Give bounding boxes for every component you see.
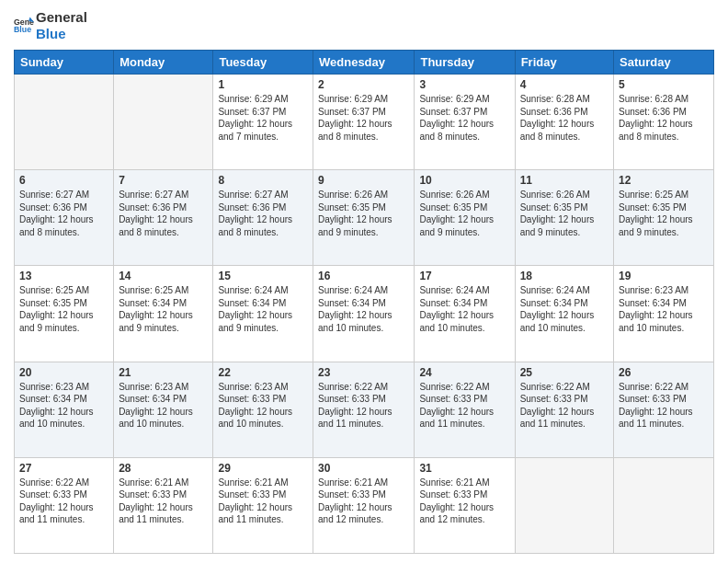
calendar-cell: 6Sunrise: 6:27 AM Sunset: 6:36 PM Daylig… (15, 170, 114, 266)
day-number: 10 (419, 174, 509, 187)
day-info: Sunrise: 6:23 AM Sunset: 6:33 PM Dayligh… (218, 381, 308, 431)
day-info: Sunrise: 6:27 AM Sunset: 6:36 PM Dayligh… (119, 189, 208, 238)
day-info: Sunrise: 6:29 AM Sunset: 6:37 PM Dayligh… (218, 93, 308, 143)
day-number: 18 (520, 270, 609, 282)
day-number: 24 (419, 366, 509, 379)
calendar-cell: 12Sunrise: 6:25 AM Sunset: 6:35 PM Dayli… (614, 170, 714, 266)
calendar-week-2: 6Sunrise: 6:27 AM Sunset: 6:36 PM Daylig… (15, 170, 714, 266)
calendar-table: SundayMondayTuesdayWednesdayThursdayFrid… (14, 50, 714, 554)
calendar-cell (614, 457, 714, 553)
calendar-cell: 8Sunrise: 6:27 AM Sunset: 6:36 PM Daylig… (213, 170, 313, 266)
calendar-week-5: 27Sunrise: 6:22 AM Sunset: 6:33 PM Dayli… (15, 457, 714, 553)
weekday-header-monday: Monday (114, 51, 213, 75)
weekday-header-sunday: Sunday (15, 51, 114, 75)
day-number: 15 (218, 270, 308, 282)
calendar-cell: 13Sunrise: 6:25 AM Sunset: 6:35 PM Dayli… (15, 266, 114, 362)
calendar-cell: 26Sunrise: 6:22 AM Sunset: 6:33 PM Dayli… (614, 362, 714, 457)
calendar-cell: 18Sunrise: 6:24 AM Sunset: 6:34 PM Dayli… (515, 266, 613, 362)
day-number: 14 (119, 270, 208, 282)
day-number: 2 (318, 78, 409, 91)
day-number: 28 (119, 462, 208, 475)
day-number: 17 (419, 270, 509, 282)
day-info: Sunrise: 6:24 AM Sunset: 6:34 PM Dayligh… (520, 284, 609, 334)
day-info: Sunrise: 6:21 AM Sunset: 6:33 PM Dayligh… (318, 477, 409, 526)
day-info: Sunrise: 6:25 AM Sunset: 6:35 PM Dayligh… (19, 284, 108, 334)
day-number: 9 (318, 174, 409, 187)
calendar-cell: 2Sunrise: 6:29 AM Sunset: 6:37 PM Daylig… (313, 75, 415, 170)
day-number: 3 (419, 78, 509, 91)
calendar-cell: 11Sunrise: 6:26 AM Sunset: 6:35 PM Dayli… (515, 170, 613, 266)
calendar-cell: 4Sunrise: 6:28 AM Sunset: 6:36 PM Daylig… (515, 75, 613, 170)
day-number: 4 (520, 78, 609, 91)
calendar-cell: 7Sunrise: 6:27 AM Sunset: 6:36 PM Daylig… (114, 170, 213, 266)
day-number: 26 (619, 366, 709, 379)
calendar-cell: 21Sunrise: 6:23 AM Sunset: 6:34 PM Dayli… (114, 362, 213, 457)
weekday-header-saturday: Saturday (614, 51, 714, 75)
calendar-cell: 27Sunrise: 6:22 AM Sunset: 6:33 PM Dayli… (15, 457, 114, 553)
day-info: Sunrise: 6:22 AM Sunset: 6:33 PM Dayligh… (19, 477, 108, 526)
calendar-cell: 22Sunrise: 6:23 AM Sunset: 6:33 PM Dayli… (213, 362, 313, 457)
calendar-cell: 17Sunrise: 6:24 AM Sunset: 6:34 PM Dayli… (415, 266, 515, 362)
day-number: 29 (218, 462, 308, 475)
day-number: 1 (218, 78, 308, 91)
day-number: 16 (318, 270, 409, 282)
day-number: 21 (119, 366, 208, 379)
calendar-cell (15, 75, 114, 170)
weekday-header-thursday: Thursday (415, 51, 515, 75)
calendar-week-3: 13Sunrise: 6:25 AM Sunset: 6:35 PM Dayli… (15, 266, 714, 362)
day-info: Sunrise: 6:23 AM Sunset: 6:34 PM Dayligh… (119, 381, 208, 431)
calendar-cell: 20Sunrise: 6:23 AM Sunset: 6:34 PM Dayli… (15, 362, 114, 457)
day-number: 23 (318, 366, 409, 379)
weekday-header-row: SundayMondayTuesdayWednesdayThursdayFrid… (15, 51, 714, 75)
day-number: 30 (318, 462, 409, 475)
day-info: Sunrise: 6:22 AM Sunset: 6:33 PM Dayligh… (419, 381, 509, 431)
day-number: 11 (520, 174, 609, 187)
logo-general: General (36, 9, 87, 26)
calendar-cell: 3Sunrise: 6:29 AM Sunset: 6:37 PM Daylig… (415, 75, 515, 170)
day-number: 27 (19, 462, 108, 475)
day-number: 20 (19, 366, 108, 379)
day-number: 22 (218, 366, 308, 379)
day-info: Sunrise: 6:29 AM Sunset: 6:37 PM Dayligh… (318, 93, 409, 143)
calendar-cell: 25Sunrise: 6:22 AM Sunset: 6:33 PM Dayli… (515, 362, 613, 457)
calendar-cell: 29Sunrise: 6:21 AM Sunset: 6:33 PM Dayli… (213, 457, 313, 553)
day-info: Sunrise: 6:28 AM Sunset: 6:36 PM Dayligh… (520, 93, 609, 143)
calendar-cell: 9Sunrise: 6:26 AM Sunset: 6:35 PM Daylig… (313, 170, 415, 266)
day-number: 5 (619, 78, 709, 91)
calendar-cell (515, 457, 613, 553)
day-number: 8 (218, 174, 308, 187)
weekday-header-friday: Friday (515, 51, 613, 75)
day-info: Sunrise: 6:21 AM Sunset: 6:33 PM Dayligh… (119, 477, 208, 526)
day-info: Sunrise: 6:26 AM Sunset: 6:35 PM Dayligh… (419, 189, 509, 238)
day-info: Sunrise: 6:24 AM Sunset: 6:34 PM Dayligh… (419, 284, 509, 334)
day-info: Sunrise: 6:27 AM Sunset: 6:36 PM Dayligh… (19, 189, 108, 238)
calendar-cell: 24Sunrise: 6:22 AM Sunset: 6:33 PM Dayli… (415, 362, 515, 457)
day-number: 13 (19, 270, 108, 282)
svg-text:Blue: Blue (14, 25, 31, 34)
day-info: Sunrise: 6:25 AM Sunset: 6:34 PM Dayligh… (119, 284, 208, 334)
day-info: Sunrise: 6:24 AM Sunset: 6:34 PM Dayligh… (218, 284, 308, 334)
day-number: 7 (119, 174, 208, 187)
weekday-header-tuesday: Tuesday (213, 51, 313, 75)
calendar-cell: 19Sunrise: 6:23 AM Sunset: 6:34 PM Dayli… (614, 266, 714, 362)
calendar-cell: 16Sunrise: 6:24 AM Sunset: 6:34 PM Dayli… (313, 266, 415, 362)
day-number: 6 (19, 174, 108, 187)
day-number: 12 (619, 174, 709, 187)
day-number: 25 (520, 366, 609, 379)
logo-blue: Blue (36, 26, 87, 42)
day-info: Sunrise: 6:26 AM Sunset: 6:35 PM Dayligh… (318, 189, 409, 238)
day-info: Sunrise: 6:28 AM Sunset: 6:36 PM Dayligh… (619, 93, 709, 143)
day-number: 19 (619, 270, 709, 282)
calendar-cell (114, 75, 213, 170)
calendar-cell: 15Sunrise: 6:24 AM Sunset: 6:34 PM Dayli… (213, 266, 313, 362)
logo: General Blue General Blue (14, 9, 87, 42)
day-info: Sunrise: 6:22 AM Sunset: 6:33 PM Dayligh… (318, 381, 409, 431)
calendar-cell: 23Sunrise: 6:22 AM Sunset: 6:33 PM Dayli… (313, 362, 415, 457)
calendar-cell: 28Sunrise: 6:21 AM Sunset: 6:33 PM Dayli… (114, 457, 213, 553)
calendar-cell: 10Sunrise: 6:26 AM Sunset: 6:35 PM Dayli… (415, 170, 515, 266)
calendar-cell: 30Sunrise: 6:21 AM Sunset: 6:33 PM Dayli… (313, 457, 415, 553)
day-info: Sunrise: 6:22 AM Sunset: 6:33 PM Dayligh… (520, 381, 609, 431)
calendar-cell: 31Sunrise: 6:21 AM Sunset: 6:33 PM Dayli… (415, 457, 515, 553)
calendar-week-1: 1Sunrise: 6:29 AM Sunset: 6:37 PM Daylig… (15, 75, 714, 170)
day-info: Sunrise: 6:21 AM Sunset: 6:33 PM Dayligh… (218, 477, 308, 526)
